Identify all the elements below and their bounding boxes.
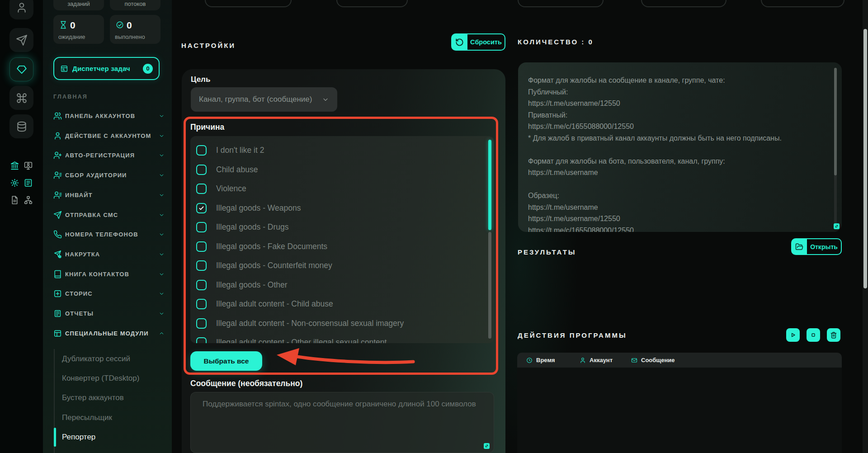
reason-option[interactable]: Illegal adult content - Child abuse (190, 294, 494, 314)
send-badge-icon (53, 250, 62, 259)
message-input[interactable] (190, 392, 494, 453)
send-icon (16, 34, 28, 46)
submenu-item[interactable]: Пересыльщик (43, 409, 172, 426)
reason-option-label: Illegal adult content - Child abuse (216, 299, 333, 309)
chevron-down-icon (159, 251, 165, 257)
submenu-item[interactable]: Бустер аккаунтов (43, 389, 172, 406)
open-results-label: Открыть (807, 238, 842, 255)
reset-button[interactable]: Сбросить (451, 33, 505, 51)
mail-icon (631, 357, 637, 363)
user-lines-icon (53, 171, 62, 179)
checkbox-icon[interactable] (196, 318, 207, 329)
column-header-label: Время (536, 357, 555, 363)
chevron-down-icon (159, 231, 165, 237)
reason-option[interactable]: I don't like it 2 (190, 141, 494, 160)
checkbox-icon[interactable] (196, 145, 207, 156)
monitor-user-icon[interactable] (24, 161, 33, 170)
reason-option[interactable]: Violence (190, 179, 494, 198)
stat-value: 0 (127, 20, 132, 31)
actions-table-header: ВремяАккаунтСообщение (517, 353, 842, 368)
stop-button[interactable] (807, 328, 820, 342)
rail-send-button[interactable] (9, 28, 33, 52)
column-header: Сообщение (631, 353, 675, 368)
rail-user-button[interactable] (9, 0, 33, 19)
sidebar-item[interactable]: КНИГА КОНТАКТОВ (43, 264, 172, 284)
sidebar-item[interactable]: НОМЕРА ТЕЛЕФОНОВ (43, 225, 172, 244)
select-all-button[interactable]: Выбрать все (190, 351, 262, 371)
user-icon (53, 132, 62, 140)
command-icon (16, 92, 28, 104)
page-scrollbar-thumb[interactable] (863, 29, 867, 288)
ledger-icon[interactable] (24, 178, 33, 188)
reason-option[interactable]: Illegal goods - Drugs (190, 217, 494, 237)
gear-icon[interactable] (10, 178, 19, 188)
sidebar-item[interactable]: ПАНЕЛЬ АККАУНТОВ (43, 106, 172, 126)
user-icon (16, 2, 28, 14)
format-info-text: Формат для жалобы на сообщение в канале,… (528, 75, 822, 232)
task-manager-button[interactable]: Диспетчер задач 0 (53, 57, 160, 80)
program-action-buttons (786, 328, 840, 342)
rail-command-button[interactable] (9, 86, 33, 110)
quantity-title: КОЛИЧЕСТВО : 0 (518, 38, 594, 46)
info-scrollbar-thumb[interactable] (834, 68, 837, 175)
target-select[interactable]: Канал, группа, бот (сообщение) (191, 87, 337, 112)
reason-option-label: Illegal goods - Other (216, 280, 288, 290)
reason-option[interactable]: Illegal goods - Counterfeit money (190, 256, 494, 275)
trash-button[interactable] (827, 328, 840, 342)
sidebar-item-label: ИНВАЙТ (65, 192, 93, 198)
submenu-item[interactable]: Репортер (43, 429, 172, 446)
reason-option[interactable]: Illegal goods - Other (190, 275, 494, 295)
checkbox-icon[interactable] (196, 184, 207, 194)
checkbox-icon[interactable] (196, 280, 207, 290)
sidebar-item-label: СПЕЦИАЛЬНЫЕ МОДУЛИ (65, 330, 149, 337)
sidebar-item[interactable]: ОТПРАВКА СМС (43, 205, 172, 225)
sidebar-item[interactable]: АВТО-РЕГИСТРАЦИЯ (43, 146, 172, 165)
sidebar-item-label: АВТО-РЕГИСТРАЦИЯ (65, 152, 135, 159)
reason-option-label: Child abuse (216, 165, 258, 175)
checkbox-icon[interactable] (196, 241, 207, 252)
resize-grip-icon[interactable] (834, 223, 840, 229)
checkbox-icon[interactable] (196, 260, 207, 271)
stat-label: заданий (67, 0, 90, 7)
rail-diamond-button[interactable] (9, 57, 33, 81)
bank-icon[interactable] (10, 161, 19, 170)
checkbox-icon[interactable] (196, 222, 207, 232)
sidebar-item[interactable]: ДЕЙСТВИЕ С АККАУНТОМ (43, 126, 172, 146)
rail-database-button[interactable] (9, 114, 33, 138)
checkbox-checked-icon[interactable] (196, 203, 207, 213)
sidebar-item[interactable]: СТОРИС (43, 284, 172, 303)
submenu-item[interactable]: Дубликатор сессий (43, 350, 172, 368)
resize-grip-icon[interactable] (484, 443, 490, 449)
modules-icon (53, 329, 62, 338)
stat-label: выполнено (115, 33, 145, 40)
sidebar-item[interactable]: НАКРУТКА (43, 245, 172, 264)
nodes-icon[interactable] (24, 195, 33, 205)
checkbox-icon[interactable] (196, 299, 207, 309)
reason-option[interactable]: Illegal adult content - Non-consensual s… (190, 314, 494, 333)
chevron-down-icon (159, 212, 165, 218)
submenu-item-label: Конвертер (TDesktop) (62, 374, 139, 383)
sidebar-section-label: ГЛАВНАЯ (53, 94, 88, 100)
play-button[interactable] (786, 328, 800, 342)
checkbox-icon[interactable] (196, 165, 207, 175)
reason-option[interactable]: Illegal adult content - Other illegal se… (190, 333, 494, 343)
stat-card-waiting: 0 ожидание (53, 15, 104, 44)
sidebar-item[interactable]: ИНВАЙТ (43, 185, 172, 205)
reason-option[interactable]: Child abuse (190, 160, 494, 179)
sidebar-item[interactable]: СБОР АУДИТОРИИ (43, 165, 172, 185)
settings-title: НАСТРОЙКИ (181, 42, 236, 49)
user-lines-icon (53, 191, 62, 199)
clock-icon (526, 357, 533, 363)
reason-option[interactable]: Illegal goods - Weapons (190, 198, 494, 218)
submenu-item[interactable]: Конвертер (TDesktop) (43, 370, 172, 387)
document-icon[interactable] (10, 195, 19, 205)
target-select-value: Канал, группа, бот (сообщение) (199, 95, 312, 104)
sidebar-item[interactable]: ОТЧЕТЫ (43, 304, 172, 323)
sidebar-item[interactable]: СПЕЦИАЛЬНЫЕ МОДУЛИ (43, 324, 172, 343)
open-results-button[interactable]: Открыть (791, 238, 842, 255)
checkbox-icon[interactable] (196, 337, 207, 343)
book-icon (53, 270, 62, 278)
folder-icon (795, 243, 803, 251)
reason-option[interactable]: Illegal goods - Fake Documents (190, 237, 494, 256)
stop-icon (810, 331, 817, 339)
